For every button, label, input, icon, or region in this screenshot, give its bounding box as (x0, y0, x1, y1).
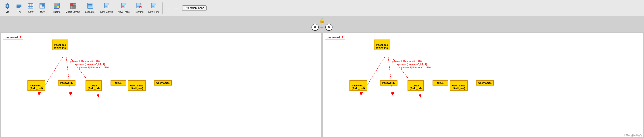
txt-icon (16, 3, 22, 10)
theme-icon (54, 3, 60, 10)
node-url1-left: URL1 (110, 80, 126, 86)
toolbar-magic-layout[interactable]: Magic Layout (63, 2, 82, 14)
svg-rect-54 (152, 3, 155, 8)
node-passbook-left: Passbook ($add_pb) (52, 40, 68, 50)
arrow-label-2-right: password [Username1, URL0] (401, 66, 431, 69)
node-url0-left: URL0 ($add_url) (86, 80, 102, 91)
step-indicator: 🔒 0 → 0 (0, 16, 644, 32)
tree-label: Tree (40, 10, 45, 13)
nav-left-arrow[interactable]: ← (165, 5, 172, 11)
node-username1-right: Username1 (476, 80, 494, 86)
svg-marker-60 (38, 92, 41, 95)
svg-rect-23 (57, 6, 59, 8)
new-init-label: New Init (135, 10, 144, 13)
step-circle-left: 0 (312, 24, 319, 31)
table-label: Table (28, 10, 34, 13)
node-password1-right: Password1 ($add_psd) (350, 80, 367, 91)
theme-label: Theme (53, 10, 60, 13)
panel-left-password-label: password: 3 (3, 35, 23, 40)
new-fork-label: New Fork (148, 10, 159, 13)
arrow-label-1-left: password [Username0, URL1] (75, 63, 105, 66)
watermark: CSDN @吱仔去飞 (624, 134, 642, 137)
separator-2 (162, 2, 162, 14)
svg-marker-66 (360, 92, 363, 95)
svg-marker-47 (140, 3, 142, 4)
toolbar-new-fork[interactable]: New Fork (146, 2, 161, 14)
node-passbook-right: Passbook ($add_pb) (374, 40, 390, 50)
projection-box[interactable]: Projection: none (182, 5, 206, 11)
step-circles: 🔒 0 → 0 (312, 18, 332, 31)
svg-rect-5 (16, 7, 20, 8)
node-url0-right: URL0 ($add_url) (408, 80, 424, 91)
toolbar-evaluator[interactable]: Evaluator (83, 2, 98, 14)
toolbar-theme[interactable]: Theme (51, 2, 63, 14)
new-config-label: New Config (100, 10, 113, 13)
panel-left: password: 3 Passbook ($add_pb) passwo (1, 33, 321, 137)
toolbar-txt[interactable]: Txt (14, 2, 24, 14)
svg-rect-3 (16, 5, 22, 6)
toolbar-new-trace[interactable]: New Trace (116, 2, 132, 14)
svg-rect-21 (57, 4, 59, 6)
toolbar-new-init[interactable]: New Init (132, 2, 146, 14)
svg-rect-36 (104, 3, 108, 8)
svg-line-61 (66, 57, 71, 95)
node-url1-right: URL1 (432, 80, 448, 86)
svg-marker-37 (108, 3, 110, 4)
magic-layout-icon (70, 3, 76, 10)
svg-marker-62 (69, 92, 72, 96)
arrow-label-0-right: password [Username0, URL0] (392, 60, 422, 62)
lock-icon: 🔒 (319, 18, 325, 23)
svg-rect-4 (16, 6, 22, 7)
main-content: 🔒 0 → 0 password: 3 (0, 16, 644, 138)
nav-arrows: ← → (165, 5, 180, 11)
svg-rect-22 (54, 6, 56, 8)
svg-point-1 (6, 5, 8, 7)
panel-right-password-label: password: 3 (325, 35, 345, 40)
svg-rect-18 (42, 6, 44, 7)
svg-marker-64 (97, 94, 99, 98)
viz-label: Viz (6, 10, 9, 13)
new-fork-icon (150, 3, 157, 10)
svg-rect-25 (73, 3, 76, 4)
arrow-label-1-right: password [Username0, URL1] (397, 63, 427, 66)
arrow-label-2-left: password [Username1, URL0] (79, 66, 109, 69)
svg-rect-16 (42, 4, 44, 5)
node-password1-left: Password1 ($add_psd) (28, 80, 45, 91)
toolbar-new-config[interactable]: New Config (98, 2, 115, 14)
svg-rect-26 (73, 5, 76, 6)
table-icon (28, 3, 34, 10)
new-trace-icon (120, 3, 127, 10)
node-username1-left: Username1 (154, 80, 172, 86)
svg-rect-20 (54, 4, 56, 6)
svg-marker-70 (419, 94, 421, 98)
step-circle-right: 0 (325, 24, 332, 31)
panel-right: password: 3 Passbook ($add_pb) password … (323, 33, 643, 137)
toolbar-tree[interactable]: Tree (36, 2, 48, 14)
svg-marker-55 (155, 3, 156, 4)
evaluator-label: Evaluator (85, 10, 95, 13)
new-trace-label: New Trace (118, 10, 130, 13)
svg-rect-17 (42, 5, 44, 6)
svg-line-67 (388, 57, 393, 95)
svg-rect-2 (16, 4, 22, 4)
node-username0-left: Username0 ($add_usr) (128, 80, 146, 91)
new-init-icon (136, 3, 142, 10)
txt-label: Txt (17, 10, 20, 13)
panels-container: password: 3 Passbook ($add_pb) passwo (0, 32, 644, 138)
nav-right-arrow[interactable]: → (173, 5, 180, 11)
toolbar-viz[interactable]: Viz (2, 2, 13, 14)
new-config-icon (104, 3, 110, 10)
evaluator-icon (87, 3, 93, 10)
toolbar: Viz Txt Table (0, 0, 644, 16)
svg-rect-24 (70, 3, 73, 6)
tree-icon (39, 3, 45, 10)
svg-marker-68 (391, 92, 394, 96)
svg-rect-6 (28, 3, 33, 8)
viz-icon (4, 3, 10, 10)
svg-rect-32 (88, 4, 92, 5)
toolbar-table[interactable]: Table (25, 2, 36, 14)
step-arrow-right: → (320, 24, 324, 30)
magic-layout-label: Magic Layout (66, 10, 80, 13)
svg-marker-42 (125, 3, 126, 4)
node-username0-right: Username0 ($add_usr) (450, 80, 468, 91)
